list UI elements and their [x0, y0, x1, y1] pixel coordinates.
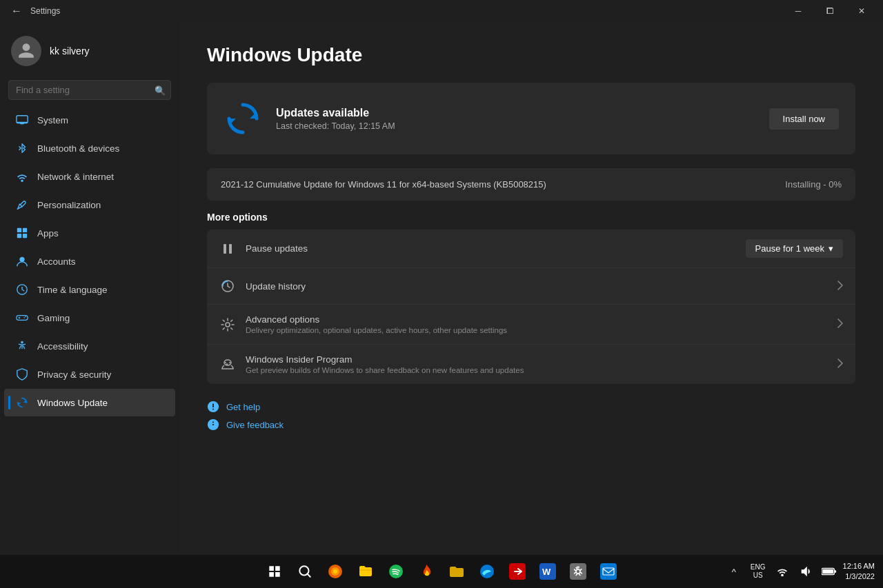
sidebar-label-privacy: Privacy & security: [37, 369, 111, 380]
svg-rect-5: [17, 234, 21, 238]
sidebar-label-bluetooth: Bluetooth & devices: [37, 143, 119, 154]
help-links: Get help Give feedback: [207, 401, 855, 431]
avatar: [11, 36, 41, 66]
svg-point-11: [25, 316, 26, 318]
pause-option-icon: [219, 241, 236, 257]
wifi-icon[interactable]: [773, 562, 792, 581]
insider-option-name: Windows Insider Program: [246, 354, 524, 365]
taskbar-arrow[interactable]: [504, 558, 531, 585]
taskbar-clock[interactable]: 12:16 AM 1/3/2022: [843, 561, 875, 582]
insider-option-desc: Get preview builds of Windows to share f…: [246, 366, 524, 374]
svg-rect-38: [822, 569, 833, 574]
get-help-link[interactable]: Get help: [207, 401, 855, 413]
taskbar-settings-tb[interactable]: [564, 558, 592, 585]
sidebar-item-personalization[interactable]: Personalization: [4, 191, 175, 219]
search-input[interactable]: [8, 80, 171, 100]
sidebar-label-personalization: Personalization: [37, 200, 101, 210]
sidebar: kk silvery 🔍 SystemBluetooth & devicesNe…: [0, 22, 179, 555]
taskbar-flame[interactable]: [413, 558, 440, 585]
svg-rect-1: [17, 122, 28, 123]
history-chevron-icon: [837, 281, 843, 292]
insider-option-icon: [219, 356, 236, 373]
give-feedback-link[interactable]: Give feedback: [207, 418, 855, 431]
sidebar-item-accessibility[interactable]: Accessibility: [4, 332, 175, 360]
taskbar-edge[interactable]: [473, 558, 501, 585]
option-row-pause[interactable]: Pause updatesPause for 1 week▾: [207, 230, 855, 268]
user-name: kk silvery: [50, 45, 90, 57]
svg-marker-15: [250, 112, 257, 119]
taskbar-center: W: [261, 558, 622, 585]
close-button[interactable]: ✕: [846, 0, 877, 22]
sidebar-item-network[interactable]: Network & internet: [4, 163, 175, 190]
taskbar-right: ^ ENG US 12:16 AM 1/3/2022: [724, 561, 875, 582]
sidebar-item-gaming[interactable]: Gaming: [4, 304, 175, 332]
svg-rect-4: [23, 228, 27, 232]
option-row-insider[interactable]: Windows Insider ProgramGet preview build…: [207, 345, 855, 384]
gaming-nav-icon: [15, 311, 29, 325]
search-box[interactable]: 🔍: [8, 80, 171, 100]
minimize-button[interactable]: ─: [782, 0, 814, 22]
sidebar-item-apps[interactable]: Apps: [4, 219, 175, 247]
sidebar-label-update: Windows Update: [37, 398, 108, 408]
personalization-nav-icon: [15, 198, 29, 212]
taskbar-start[interactable]: [261, 558, 288, 585]
option-row-history[interactable]: Update history: [207, 268, 855, 305]
volume-icon[interactable]: [796, 562, 815, 581]
svg-rect-33: [570, 563, 586, 580]
get-help-icon: [207, 401, 219, 413]
titlebar-title: Settings: [30, 6, 60, 16]
update-status: Installing - 0%: [785, 179, 842, 190]
sidebar-label-network: Network & internet: [37, 172, 114, 182]
svg-rect-37: [834, 570, 836, 573]
advanced-option-icon: [219, 316, 236, 333]
taskbar-search[interactable]: [291, 558, 319, 585]
svg-text:W: W: [542, 567, 551, 577]
sidebar-item-system[interactable]: System: [4, 106, 175, 134]
sidebar-item-bluetooth[interactable]: Bluetooth & devices: [4, 134, 175, 162]
advanced-option-name: Advanced options: [246, 314, 507, 325]
taskbar-mail[interactable]: [595, 558, 622, 585]
sidebar-item-privacy[interactable]: Privacy & security: [4, 361, 175, 388]
install-now-button[interactable]: Install now: [769, 108, 839, 130]
battery-icon[interactable]: [820, 562, 839, 581]
page-title: Windows Update: [207, 44, 855, 66]
sidebar-item-update[interactable]: Windows Update: [4, 389, 175, 416]
insider-chevron-icon: [837, 358, 843, 370]
taskbar-files[interactable]: [352, 558, 379, 585]
clock-time: 12:16 AM: [843, 561, 875, 571]
chevron-down-icon: ▾: [829, 243, 833, 254]
sidebar-nav: SystemBluetooth & devicesNetwork & inter…: [0, 105, 179, 555]
maximize-button[interactable]: ⧠: [814, 0, 846, 22]
svg-point-22: [225, 362, 226, 363]
user-profile[interactable]: kk silvery: [0, 28, 179, 77]
back-button[interactable]: ←: [8, 2, 25, 20]
sidebar-item-accounts[interactable]: Accounts: [4, 247, 175, 275]
installing-update-row: 2021-12 Cumulative Update for Windows 11…: [207, 168, 855, 201]
svg-point-23: [229, 362, 230, 363]
advanced-option-desc: Delivery optimization, optional updates,…: [246, 326, 507, 334]
chevron-up-icon[interactable]: ^: [724, 562, 744, 581]
svg-point-20: [226, 323, 230, 327]
language-indicator[interactable]: ENG US: [748, 563, 768, 580]
sidebar-label-gaming: Gaming: [37, 313, 70, 323]
taskbar-folder2[interactable]: [443, 558, 470, 585]
give-feedback-label: Give feedback: [226, 420, 284, 430]
taskbar-firefox[interactable]: [321, 558, 349, 585]
svg-rect-9: [17, 316, 28, 321]
main-content: Windows Update Updates available Last ch…: [179, 22, 883, 555]
network-nav-icon: [15, 170, 29, 183]
svg-rect-17: [224, 244, 226, 254]
taskbar-spotify[interactable]: [382, 558, 410, 585]
update-last-checked: Last checked: Today, 12:15 AM: [276, 121, 755, 131]
update-card: Updates available Last checked: Today, 1…: [207, 83, 855, 154]
pause-dropdown-button[interactable]: Pause for 1 week▾: [746, 239, 843, 258]
svg-rect-18: [229, 244, 232, 254]
region-label: US: [753, 571, 763, 580]
more-options-title: More options: [207, 212, 855, 223]
search-icon: 🔍: [155, 85, 166, 95]
taskbar-word[interactable]: W: [534, 558, 562, 585]
sidebar-item-time[interactable]: Time & language: [4, 276, 175, 303]
option-row-advanced[interactable]: Advanced optionsDelivery optimization, o…: [207, 305, 855, 345]
pause-option-name: Pause updates: [246, 243, 308, 254]
system-nav-icon: [15, 113, 29, 127]
